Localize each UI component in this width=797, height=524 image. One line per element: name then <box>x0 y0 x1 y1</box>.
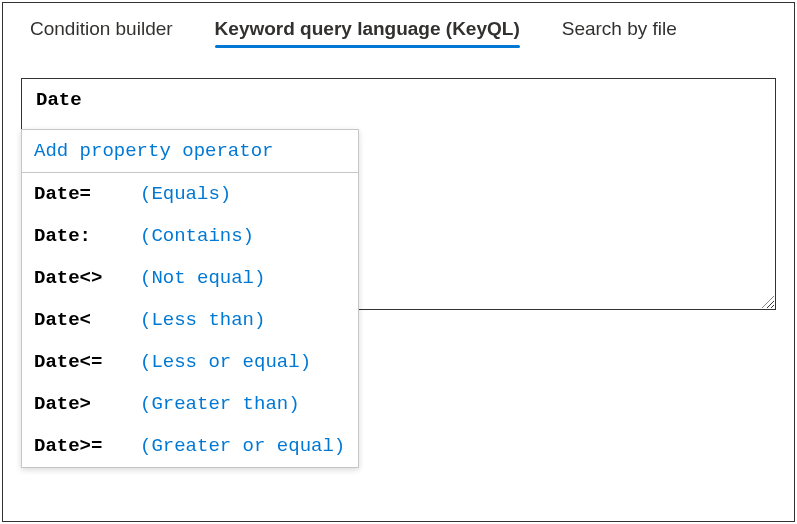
operator-suggestions-dropdown: Add property operator Date= (Equals) Dat… <box>21 129 359 468</box>
operator-item-greater-or-equal[interactable]: Date>= (Greater or equal) <box>22 425 358 467</box>
operator-item-greater-than[interactable]: Date> (Greater than) <box>22 383 358 425</box>
tab-condition-builder[interactable]: Condition builder <box>30 18 173 48</box>
operator-item-contains[interactable]: Date: (Contains) <box>22 215 358 257</box>
operator-code: Date> <box>34 393 140 415</box>
operator-code: Date= <box>34 183 140 205</box>
svg-line-2 <box>771 305 774 308</box>
operator-item-less-or-equal[interactable]: Date<= (Less or equal) <box>22 341 358 383</box>
operator-code: Date<> <box>34 267 140 289</box>
operator-desc: (Contains) <box>140 225 254 247</box>
operator-desc: (Greater or equal) <box>140 435 345 457</box>
operator-code: Date< <box>34 309 140 331</box>
operator-desc: (Not equal) <box>140 267 265 289</box>
tab-keyql[interactable]: Keyword query language (KeyQL) <box>215 18 520 48</box>
tab-list: Condition builder Keyword query language… <box>18 18 779 48</box>
operator-code: Date>= <box>34 435 140 457</box>
operator-desc: (Less or equal) <box>140 351 311 373</box>
svg-line-0 <box>762 296 774 308</box>
operator-code: Date: <box>34 225 140 247</box>
query-text: Date <box>36 89 82 111</box>
operator-desc: (Less than) <box>140 309 265 331</box>
svg-line-1 <box>767 301 774 308</box>
resize-handle-icon[interactable] <box>759 293 775 309</box>
panel: Condition builder Keyword query language… <box>2 2 795 522</box>
dropdown-header: Add property operator <box>22 130 358 173</box>
operator-item-equals[interactable]: Date= (Equals) <box>22 173 358 215</box>
operator-item-not-equal[interactable]: Date<> (Not equal) <box>22 257 358 299</box>
operator-code: Date<= <box>34 351 140 373</box>
tab-search-by-file[interactable]: Search by file <box>562 18 677 48</box>
operator-item-less-than[interactable]: Date< (Less than) <box>22 299 358 341</box>
operator-desc: (Greater than) <box>140 393 300 415</box>
operator-desc: (Equals) <box>140 183 231 205</box>
